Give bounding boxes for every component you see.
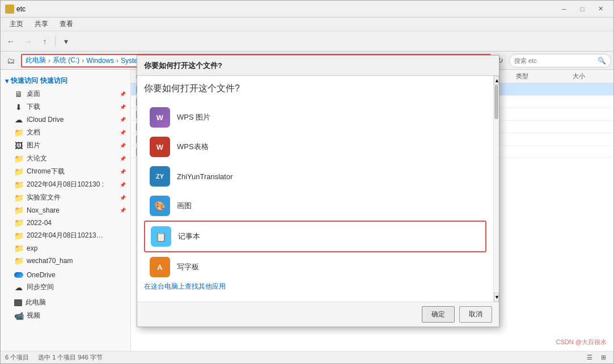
sidebar-item-video[interactable]: 📹 视频 (1, 309, 130, 322)
sidebar-item-dalunwen[interactable]: 📁 大论文 📌 (1, 152, 130, 165)
dialog-title: 你要如何打开这个文件? (137, 56, 499, 76)
list-view-button[interactable]: ☰ (584, 353, 595, 362)
scroll-up-button[interactable]: ▲ (494, 76, 499, 85)
maximize-button[interactable]: □ (574, 3, 591, 15)
grid-view-button[interactable]: ⊞ (598, 353, 609, 362)
wordpad-icon: A (150, 257, 170, 277)
sidebar-label-icloud: iCloud Drive (27, 116, 63, 124)
sidebar-onedrive-section: OneDrive ☁ 同步空间 (1, 269, 130, 294)
up-button[interactable]: ↑ (37, 33, 53, 49)
app-name-paint: 画图 (177, 201, 192, 211)
forward-button[interactable]: → (20, 33, 36, 49)
search-box: 🔍 (509, 54, 611, 67)
2022-04-icon: 📁 (14, 218, 23, 227)
list-item[interactable]: ZY ZhiYunTranslator (144, 162, 486, 191)
sidebar-label-docs: 文档 (27, 128, 40, 137)
menu-share[interactable]: 共享 (30, 18, 53, 30)
sidebar-label-pictures: 图片 (27, 141, 40, 150)
sidebar-pc-section: 此电脑 📹 视频 (1, 296, 130, 322)
sidebar-quick-access: ▾ 快速访问 快速访问 🖥 桌面 📌 ⬇ 下载 📌 ☁ iCloud Drive (1, 74, 130, 267)
quick-access-header[interactable]: ▾ 快速访问 快速访问 (1, 74, 130, 87)
list-item[interactable]: A 写字板 (144, 252, 486, 278)
app-name-zhiyun: ZhiYunTranslator (177, 172, 233, 181)
wps-table-icon: W (150, 137, 170, 157)
recent-locations-button[interactable]: ▾ (58, 33, 74, 49)
list-item[interactable]: W WPS 图片 (144, 103, 486, 132)
download-icon: ⬇ (14, 103, 23, 112)
sidebar-item-docs[interactable]: 📁 文档 📌 (1, 126, 130, 139)
close-button[interactable]: ✕ (592, 3, 609, 15)
address-nav-icon[interactable]: 🗂 (3, 53, 19, 69)
sidebar-item-2022b[interactable]: 📁 2022年04月08日102130 学术 (1, 229, 130, 242)
sidebar-item-onedrive[interactable]: OneDrive (1, 269, 130, 281)
quick-access-arrow: ▾ (5, 77, 9, 85)
sidebar-item-desktop[interactable]: 🖥 桌面 📌 (1, 87, 130, 100)
minimize-button[interactable]: ─ (556, 3, 573, 15)
sidebar-item-pc[interactable]: 此电脑 (1, 296, 130, 309)
sidebar-item-lab[interactable]: 📁 实验室文件 📌 (1, 191, 130, 204)
sidebar-label-sync: 同步空间 (27, 282, 54, 292)
sidebar-item-wechat[interactable]: 📁 wechat70_ham (1, 255, 130, 267)
sidebar-label-nox: Nox_share (27, 206, 60, 214)
dialog-scrollbar: ▲ ▼ (493, 76, 499, 302)
path-c[interactable]: 系统 (C:) (53, 56, 79, 65)
dialog-body: 你要如何打开这个文件? W WPS 图片 W WPS表格 (137, 76, 493, 302)
nox-icon: 📁 (14, 206, 23, 215)
sidebar-label-pc: 此电脑 (26, 298, 46, 307)
scroll-down-button[interactable]: ▼ (494, 293, 499, 302)
cancel-button[interactable]: 取消 (459, 306, 492, 323)
scrollbar-thumb[interactable] (494, 85, 498, 119)
back-button[interactable]: ← (3, 33, 19, 49)
search-input[interactable] (514, 57, 595, 64)
icloud-icon: ☁ (14, 115, 23, 124)
open-with-dialog: 你要如何打开这个文件? 你要如何打开这个文件? W WPS 图片 (137, 55, 499, 327)
list-item[interactable]: 📋 记事本 (144, 221, 486, 252)
desktop-icon: 🖥 (14, 90, 23, 99)
search-icon: 🔍 (598, 57, 606, 65)
menu-bar: 主页 共享 查看 (1, 18, 613, 31)
sidebar-item-exp[interactable]: 📁 exp (1, 242, 130, 255)
toolbar: ← → ↑ ▾ (1, 31, 613, 52)
dialog-content: 你要如何打开这个文件? W WPS 图片 W WPS表格 (137, 76, 499, 302)
title-controls: ─ □ ✕ (556, 3, 609, 15)
chrome-icon: 📁 (14, 167, 23, 176)
notepad-icon: 📋 (151, 226, 171, 247)
sidebar-label-dalunwen: 大论文 (27, 154, 47, 163)
col-type[interactable]: 类型 (511, 72, 568, 81)
list-item[interactable]: 🎨 画图 (144, 191, 486, 221)
view-controls: ☰ ⊞ (584, 353, 609, 362)
app-name-notepad: 记事本 (178, 231, 200, 242)
watermark: CSDN @大百很水 (556, 338, 607, 346)
dialog-footer: 确定 取消 (137, 302, 499, 327)
menu-home[interactable]: 主页 (5, 18, 28, 30)
sidebar-item-2022-04[interactable]: 📁 2022-04 (1, 217, 130, 229)
app-name-wps-table: WPS表格 (177, 142, 209, 152)
sidebar-label-onedrive: OneDrive (27, 271, 56, 279)
path-windows[interactable]: Windows (86, 57, 114, 65)
sidebar-label-video: 视频 (27, 311, 40, 320)
2022b-icon: 📁 (14, 231, 23, 240)
sidebar-item-pictures[interactable]: 🖼 图片 📌 (1, 139, 130, 152)
col-size[interactable]: 大小 (568, 72, 613, 81)
sidebar-item-chrome[interactable]: 📁 Chrome下载 📌 (1, 165, 130, 178)
list-item[interactable]: W WPS表格 (144, 132, 486, 162)
selected-info: 选中 1 个项目 946 字节 (38, 353, 103, 362)
sidebar-item-download[interactable]: ⬇ 下载 📌 (1, 100, 130, 113)
sync-icon: ☁ (14, 283, 23, 292)
path-thispc[interactable]: 此电脑 (26, 56, 46, 65)
pc-icon (14, 299, 22, 306)
confirm-button[interactable]: 确定 (422, 306, 455, 323)
sidebar-item-nox[interactable]: 📁 Nox_share 📌 (1, 204, 130, 217)
window-title: etc (16, 5, 26, 13)
find-more-apps-link[interactable]: 在这台电脑上查找其他应用 (144, 278, 486, 295)
exp-icon: 📁 (14, 244, 23, 253)
menu-view[interactable]: 查看 (55, 18, 78, 30)
sidebar-item-sync[interactable]: ☁ 同步空间 (1, 281, 130, 294)
wechat-icon: 📁 (14, 256, 23, 265)
sidebar-item-icloud[interactable]: ☁ iCloud Drive 📌 (1, 113, 130, 126)
title-bar: etc ─ □ ✕ (1, 1, 613, 18)
window: etc ─ □ ✕ 主页 共享 查看 ← → ↑ ▾ 🗂 此电脑 › 系统 (C… (0, 0, 614, 364)
sidebar-item-2022a[interactable]: 📁 2022年04月08日102130 : 📌 (1, 178, 130, 191)
sidebar-label-2022b: 2022年04月08日102130 学术 (27, 231, 106, 240)
sidebar: ▾ 快速访问 快速访问 🖥 桌面 📌 ⬇ 下载 📌 ☁ iCloud Drive (1, 70, 131, 351)
